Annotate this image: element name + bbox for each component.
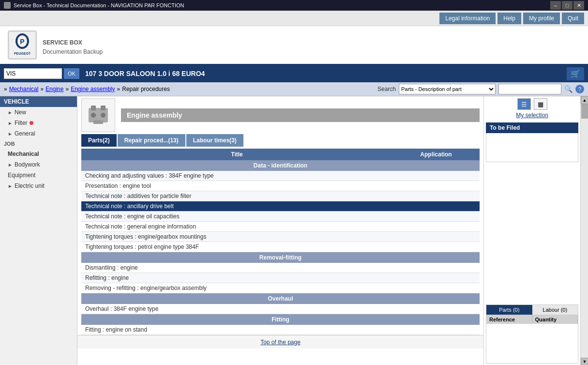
logo-area: P PEUGEOT SERVICE BOX Documentation Back… [8,30,103,60]
svg-text:PEUGEOT: PEUGEOT [14,52,31,55]
row-title: Tightening torques : engine/gearbox moun… [81,232,392,242]
sidebar-item-electric-unit[interactable]: ► Electric unit [0,181,77,191]
row-title: Technical note : general engine informat… [81,222,392,232]
row-title: Presentation : engine tool [81,181,392,191]
sidebar-item-equipment[interactable]: Equipment [0,170,77,181]
grid-view-icon[interactable]: ▦ [534,98,547,110]
tab-repair-procedures[interactable]: Repair proced...(13) [118,134,185,147]
svg-rect-9 [93,120,103,124]
quantity-col-header: Quantity [532,315,578,324]
breadcrumb-sep-3: » [117,86,121,92]
window-controls[interactable]: – □ ✕ [550,1,584,10]
app-icon [4,2,11,9]
section-data-identification: Data - identification [81,160,480,171]
top-nav: Legal information Help My profile Quit [0,11,588,26]
sidebar-item-bodywork[interactable]: ► Bodywork [0,159,77,170]
scroll-down-button[interactable]: ▼ [581,358,588,365]
my-profile-button[interactable]: My profile [523,13,560,24]
row-title: Technical note : additives for particle … [81,191,392,201]
title-bar-text: Service Box - Technical Documentation - … [14,2,184,8]
row-title-highlighted: Technical note : ancillary drive belt [81,201,392,212]
sidebar-item-general[interactable]: ► General [0,128,77,139]
table-row-highlighted[interactable]: Technical note : ancillary drive belt [81,201,480,212]
search-ok-button[interactable]: OK [64,68,79,79]
tab-labour-times[interactable]: Labour times(3) [186,134,243,147]
scroll-up-button[interactable]: ▲ [581,96,588,104]
legal-information-button[interactable]: Legal information [439,13,496,24]
row-title: Refitting : engine [81,273,392,283]
scrollbar-track [581,104,588,358]
help-icon-button[interactable]: ? [575,85,584,93]
sidebar-item-new[interactable]: ► New [0,107,77,118]
table-row[interactable]: Tightening torques : engine/gearbox moun… [81,232,480,242]
list-view-icon[interactable]: ☰ [517,98,531,110]
sidebar-label-general: General [15,130,35,137]
breadcrumb-engine-assembly[interactable]: Engine assembly [71,86,115,92]
row-application [392,222,480,232]
service-box-title-text: SERVICE BOX [43,39,82,46]
section-label-data-identification: Data - identification [81,160,480,171]
row-application [392,171,480,181]
parts-labour-content-header: Reference Quantity [486,315,578,324]
my-selection-label[interactable]: My selection [516,112,548,119]
table-row[interactable]: Checking and adjusting values : 384F eng… [81,171,480,181]
section-label-fitting: Fitting [81,314,480,325]
section-overhaul: Overhaul [81,293,480,304]
table-row[interactable]: Tightening torques : petrol engine type … [81,242,480,252]
search-dropdown[interactable]: Parts - Description of part Parts - Refe… [399,84,496,94]
sidebar-label-bodywork: Bodywork [15,161,40,168]
tab-parts[interactable]: Parts(2) [81,134,117,147]
sidebar-label-equipment: Equipment [8,172,35,179]
table-row[interactable]: Technical note : general engine informat… [81,222,480,232]
parts-labour-section: Parts (0) Labour (0) Reference Quantity [486,304,578,364]
table-row[interactable]: Overhaul : 384F engine type [81,304,480,314]
table-row[interactable]: Fitting : engine on stand [81,325,480,335]
row-application [392,232,480,242]
search-go-button[interactable]: 🔍 [564,85,573,93]
row-application [392,325,480,335]
table-row[interactable]: Removing - refitting : engine/gearbox as… [81,283,480,293]
table-row[interactable]: Technical note : additives for particle … [81,191,480,201]
search-input[interactable] [4,68,62,79]
maximize-button[interactable]: □ [562,1,573,10]
parts-tab[interactable]: Parts (0) [486,305,532,315]
cart-button[interactable]: 🛒 [567,67,584,80]
arrow-icon-bodywork: ► [8,162,13,167]
data-table: Title Application Data - identification … [81,149,480,335]
job-section-header: JOB [0,139,77,149]
to-be-filed-section: To be Filed [486,122,578,301]
col-title: Title [81,149,392,160]
sidebar-label-electric: Electric unit [15,182,45,189]
section-label-overhaul: Overhaul [81,293,480,304]
table-row[interactable]: Dismantling : engine [81,263,480,273]
breadcrumb-engine[interactable]: Engine [45,86,63,92]
row-application [392,304,480,314]
arrow-icon-new: ► [8,110,13,115]
minimize-button[interactable]: – [550,1,561,10]
top-of-page-link[interactable]: Top of the page [260,339,301,346]
to-be-filed-header: To be Filed [486,122,578,133]
labour-tab[interactable]: Labour (0) [532,305,578,315]
search-bar: OK 107 3 DOOR SALOON 1.0 i 68 EURO4 🛒 [0,65,588,82]
close-button[interactable]: ✕ [573,1,584,10]
filter-dot-indicator [30,121,33,125]
breadcrumb-mechanical[interactable]: Mechanical [9,86,39,92]
help-button[interactable]: Help [498,13,521,24]
content-area: Engine assembly Parts(2) Repair proced..… [77,96,588,365]
parts-labour-tabs: Parts (0) Labour (0) [486,304,578,315]
scrollbar-thumb[interactable] [581,104,588,119]
table-row[interactable]: Presentation : engine tool [81,181,480,191]
sidebar-item-mechanical[interactable]: Mechanical [0,149,77,159]
parts-labour-content: Reference Quantity [486,315,578,364]
table-row[interactable]: Technical note : engine oil capacities [81,212,480,222]
section-fitting: Fitting [81,314,480,325]
search-text-input[interactable] [498,84,561,94]
service-box-subtitle: Documentation Backup [43,48,103,55]
my-selection-area: ☰ ▦ My selection [486,98,578,119]
table-row[interactable]: Refitting : engine [81,273,480,283]
sidebar-item-filter[interactable]: ► Filter [0,118,77,128]
breadcrumb-sep-1: » [40,86,44,92]
selection-icons: ☰ ▦ [517,98,547,110]
row-application [392,283,480,293]
quit-button[interactable]: Quit [562,13,584,24]
